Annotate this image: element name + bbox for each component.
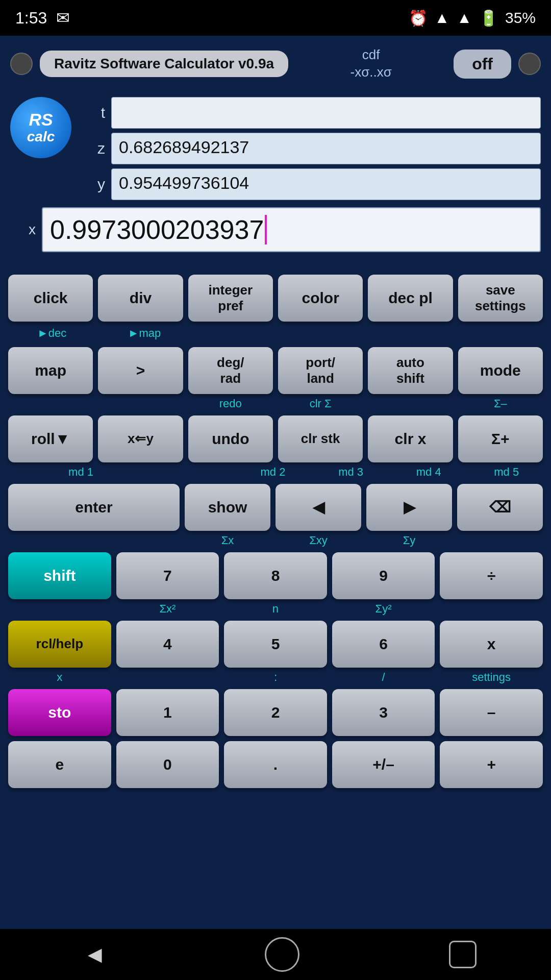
button-row-1: - click - div - integerpref - color - de… bbox=[8, 259, 543, 322]
alarm-icon: ⏰ bbox=[409, 9, 428, 27]
x-display-row: x 0.9973000203937 bbox=[10, 207, 541, 252]
x-sublabel: x bbox=[57, 671, 62, 683]
back-nav-button[interactable]: ◀ bbox=[74, 934, 115, 975]
dec-map-row: ►dec ►map bbox=[8, 327, 543, 342]
app-header: Ravitz Software Calculator v0.9a cdf -xσ… bbox=[0, 36, 551, 92]
button-row-4: enter show ◀ ▶ ⌫ bbox=[8, 484, 543, 531]
wifi-icon: ▲ bbox=[435, 9, 450, 27]
calculator-body: - click - div - integerpref - color - de… bbox=[0, 252, 551, 929]
md5-label: md 5 bbox=[494, 465, 519, 478]
x-value: 0.9973000203937 bbox=[50, 214, 264, 245]
xy-swap-button[interactable]: x⇐y bbox=[98, 415, 183, 462]
home-nav-button[interactable] bbox=[265, 937, 299, 972]
dec-sublabel: ►dec bbox=[8, 327, 95, 341]
button-1[interactable]: 1 bbox=[116, 689, 219, 736]
md1-label: md 1 bbox=[68, 465, 93, 478]
rcl-help-button[interactable]: rcl/help bbox=[8, 621, 111, 668]
deg-rad-button[interactable]: deg/rad bbox=[188, 347, 273, 394]
t-label: t bbox=[80, 104, 105, 121]
n-label: n bbox=[272, 602, 279, 615]
roll-button[interactable]: roll▼ bbox=[8, 415, 93, 462]
button-4[interactable]: 4 bbox=[116, 621, 219, 668]
port-land-button[interactable]: port/land bbox=[278, 347, 363, 394]
app-title[interactable]: Ravitz Software Calculator v0.9a bbox=[40, 51, 288, 77]
redo-row-labels: redo clr Σ Σ– bbox=[8, 397, 543, 410]
cdf-line2: -xσ..xσ bbox=[295, 64, 446, 81]
map-button[interactable]: map bbox=[8, 347, 93, 394]
sigma-y2-label: Σy² bbox=[375, 602, 392, 615]
button-8[interactable]: 8 bbox=[224, 552, 327, 599]
sigma-minus-label: Σ– bbox=[494, 397, 507, 410]
button-3[interactable]: 3 bbox=[332, 689, 435, 736]
minus-button[interactable]: – bbox=[440, 689, 543, 736]
status-bar: 1:53 ✉ ⏰ ▲ ▲ 🔋 35% bbox=[0, 0, 551, 36]
integer-pref-button[interactable]: integerpref bbox=[188, 275, 273, 322]
x-input[interactable]: 0.9973000203937 bbox=[42, 207, 541, 252]
sto-button[interactable]: sto bbox=[8, 689, 111, 736]
click-button[interactable]: click bbox=[8, 275, 93, 322]
plus-minus-button[interactable]: +/– bbox=[332, 741, 435, 788]
x-label: x bbox=[10, 222, 36, 238]
show-button[interactable]: show bbox=[185, 484, 270, 531]
display-area: RScalc t z 0.682689492137 y 0.9544997361… bbox=[0, 92, 551, 252]
dec-pl-button[interactable]: dec pl bbox=[368, 275, 453, 322]
t-display-row: t bbox=[80, 97, 541, 129]
md3-label: md 3 bbox=[338, 465, 363, 478]
button-7[interactable]: 7 bbox=[116, 552, 219, 599]
sigma2-labels-row: Σx² n Σy² bbox=[8, 602, 543, 616]
button-5[interactable]: 5 bbox=[224, 621, 327, 668]
button-row-6: rcl/help 4 5 6 x bbox=[8, 621, 543, 668]
app-logo: RScalc bbox=[10, 97, 71, 158]
greater-button[interactable]: > bbox=[98, 347, 183, 394]
shift-button[interactable]: shift bbox=[8, 552, 111, 599]
z-display-row: z 0.682689492137 bbox=[80, 133, 541, 164]
recents-nav-button[interactable] bbox=[449, 941, 477, 968]
right-arrow-button[interactable]: ▶ bbox=[366, 484, 452, 531]
button-9[interactable]: 9 bbox=[332, 552, 435, 599]
mode-button[interactable]: mode bbox=[458, 347, 543, 394]
status-right: ⏰ ▲ ▲ 🔋 35% bbox=[409, 9, 536, 27]
save-settings-button[interactable]: savesettings bbox=[458, 275, 543, 322]
y-display-row: y 0.954499736104 bbox=[80, 168, 541, 200]
e-button[interactable]: e bbox=[8, 741, 111, 788]
multiply-button[interactable]: x bbox=[440, 621, 543, 668]
map-sublabel: ►map bbox=[101, 327, 188, 341]
off-button[interactable]: off bbox=[454, 50, 511, 79]
button-row-7: sto 1 2 3 – bbox=[8, 689, 543, 736]
color-button[interactable]: color bbox=[278, 275, 363, 322]
cdf-line1: cdf bbox=[295, 46, 446, 64]
plus-button[interactable]: + bbox=[440, 741, 543, 788]
z-label: z bbox=[80, 140, 105, 157]
undo-button[interactable]: undo bbox=[188, 415, 273, 462]
md4-label: md 4 bbox=[416, 465, 441, 478]
slash-sublabel: / bbox=[382, 671, 385, 683]
enter-button[interactable]: enter bbox=[8, 484, 180, 531]
header-dot-right bbox=[518, 53, 541, 75]
cdf-label: cdf -xσ..xσ bbox=[295, 46, 446, 81]
sigma-y-label: Σy bbox=[403, 534, 416, 547]
signal-icon: ▲ bbox=[457, 9, 472, 27]
auto-shift-button[interactable]: autoshift bbox=[368, 347, 453, 394]
sigma-labels-row: Σx Σxy Σy bbox=[8, 534, 543, 547]
sigma-plus-button[interactable]: Σ+ bbox=[458, 415, 543, 462]
clr-x-button[interactable]: clr x bbox=[368, 415, 453, 462]
y-label: y bbox=[80, 176, 105, 193]
z-input[interactable]: 0.682689492137 bbox=[111, 133, 541, 164]
button-2[interactable]: 2 bbox=[224, 689, 327, 736]
colon-sublabel: : bbox=[274, 671, 277, 683]
settings-sublabel: settings bbox=[472, 671, 511, 683]
button-0[interactable]: 0 bbox=[116, 741, 219, 788]
sigma-x-label: Σx bbox=[221, 534, 234, 547]
backspace-button[interactable]: ⌫ bbox=[457, 484, 543, 531]
mail-icon: ✉ bbox=[56, 8, 70, 28]
div-button[interactable]: div bbox=[98, 275, 183, 322]
t-input[interactable] bbox=[111, 97, 541, 129]
button-6[interactable]: 6 bbox=[332, 621, 435, 668]
divide-button[interactable]: ÷ bbox=[440, 552, 543, 599]
battery-percent: 35% bbox=[505, 9, 536, 27]
decimal-button[interactable]: . bbox=[224, 741, 327, 788]
y-input[interactable]: 0.954499736104 bbox=[111, 168, 541, 200]
button-row-5: shift 7 8 9 ÷ bbox=[8, 552, 543, 599]
left-arrow-button[interactable]: ◀ bbox=[276, 484, 361, 531]
clr-stk-button[interactable]: clr stk bbox=[278, 415, 363, 462]
